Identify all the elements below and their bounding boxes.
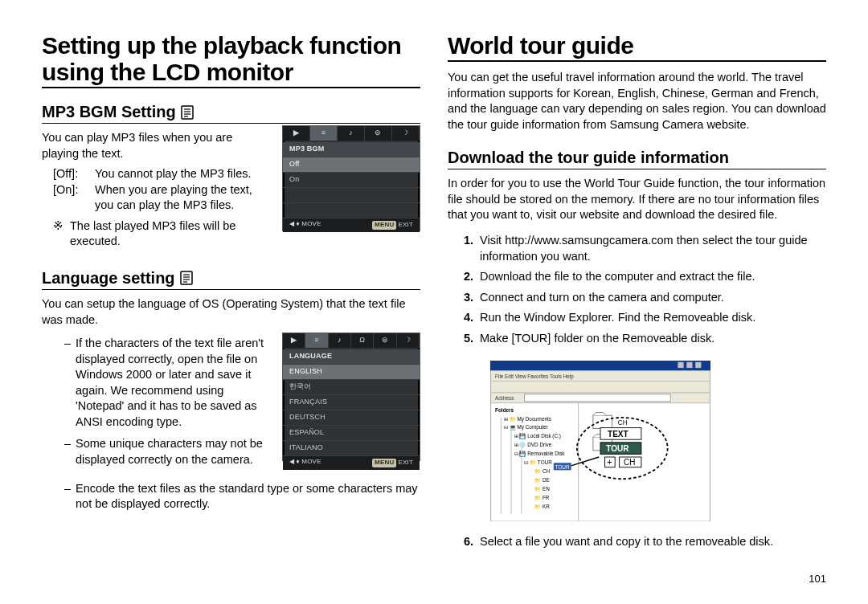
opt-off-row: [Off]: You cannot play the MP3 files. (53, 166, 271, 182)
lcd-screenshot-lang: ▶ ≡ ♪ Ω ⊜ ☽ LANGUAGE ENGLISH 한국어 FRANÇAI… (282, 333, 420, 461)
right-column: World tour guide You can get the useful … (448, 32, 826, 585)
svg-rect-11 (491, 361, 710, 371)
ss-lang-row2: FRANÇAIS (283, 395, 420, 410)
footnote-mark: ※ (53, 218, 63, 250)
download-steps-2: Select a file you want and copy it to th… (448, 534, 826, 555)
ss-lang-header: LANGUAGE (283, 349, 420, 365)
svg-text:⊟ 📁 TOUR: ⊟ 📁 TOUR (524, 459, 552, 466)
lang-bullet-3: Encode the text files as the standard ty… (64, 481, 420, 512)
ss-lang-foot-move: ◀ ♦ MOVE (289, 459, 321, 467)
ss-row-on: On (283, 173, 420, 188)
lang-bullet-2: Some unique characters may not be displa… (64, 436, 271, 467)
callout-plus: + (607, 457, 612, 467)
left-column: Setting up the playback function using t… (42, 32, 420, 585)
download-intro: In order for you to use the World Tour G… (448, 176, 826, 223)
step-6: Select a file you want and copy it to th… (477, 534, 826, 550)
mp3-intro: You can play MP3 files when you are play… (42, 130, 271, 161)
ss-lang-row4: ESPAÑOL (283, 426, 420, 441)
heading-language: Language setting (42, 269, 420, 290)
step-1: Visit http://www.samsungcamera.com then … (477, 233, 826, 264)
step-2: Download the file to the computer and ex… (477, 269, 826, 285)
opt-on-row: [On]: When you are playing the text, you… (53, 182, 271, 214)
svg-text:⊞ 💿 DVD Drive: ⊞ 💿 DVD Drive (514, 443, 552, 449)
mp3-footnote: ※ The last played MP3 files will be exec… (53, 218, 271, 250)
ss-lang-foot-exit: MENUEXIT (372, 459, 413, 467)
ss-foot-move: ◀ ♦ MOVE (289, 221, 321, 230)
ss-row-empty2 (283, 203, 420, 218)
ss-tab-3: ♪ (338, 126, 365, 141)
ss-tab-4: ⊜ (365, 126, 392, 141)
ss-row-empty1 (283, 188, 420, 203)
heading-language-text: Language setting (42, 269, 175, 288)
ss-row-off: Off (283, 157, 420, 173)
svg-text:TOUR: TOUR (555, 464, 570, 470)
explorer-screenshot: File Edit View Favorites Tools Help Addr… (480, 361, 721, 524)
opt-on-label: [On]: (53, 182, 95, 214)
step-5: Make [TOUR] folder on the Removeable dis… (477, 331, 826, 347)
svg-text:File  Edit  View  Favorites  T: File Edit View Favorites Tools Help (495, 373, 574, 380)
ss-header: MP3 BGM (283, 142, 420, 157)
lang-intro: You can setup the language of OS (Operat… (42, 296, 420, 328)
ss-footer-lang: ◀ ♦ MOVE MENUEXIT (283, 456, 420, 470)
mp3-options: [Off]: You cannot play the MP3 files. [O… (53, 166, 271, 214)
ss-body: MP3 BGM Off On (283, 141, 420, 218)
heading-download-text: Download the tour guide information (448, 149, 729, 167)
heading-mp3-bgm-text: MP3 BGM Setting (42, 103, 176, 121)
svg-text:📁 CH: 📁 CH (534, 468, 550, 475)
heading-download: Download the tour guide information (448, 149, 826, 169)
ss-tab-1: ▶ (283, 126, 310, 141)
ss-tab-l3: ♪ (329, 333, 351, 348)
lang-bullets-top: If the characters of the text file aren'… (42, 336, 271, 475)
svg-text:Folders: Folders (495, 407, 514, 413)
svg-rect-17 (491, 382, 710, 394)
opt-on-text: When you are playing the text, you can p… (95, 182, 271, 214)
step-4: Run the Window Explorer. Find the Remove… (477, 310, 826, 326)
ss-tab-5: ☽ (392, 126, 420, 141)
ss-lang-row1: 한국어 (283, 380, 420, 395)
explorer-ch-label: CH (618, 419, 628, 426)
svg-text:⊞ 📁 My Documents: ⊞ 📁 My Documents (504, 416, 551, 422)
svg-text:📁 DE: 📁 DE (534, 477, 550, 484)
ss-tab-l4: Ω (351, 333, 374, 348)
svg-text:📁 FR: 📁 FR (534, 495, 550, 501)
ss-tab-2: ≡ (310, 126, 338, 141)
svg-text:📁 KR: 📁 KR (534, 504, 550, 510)
svg-text:⊞ 💾 Local Disk (C:): ⊞ 💾 Local Disk (C:) (514, 434, 561, 440)
mp3-row: You can play MP3 files when you are play… (42, 125, 420, 250)
ss-tab-l6: ☽ (397, 333, 420, 348)
svg-rect-0 (182, 106, 193, 119)
ss-tabs: ▶ ≡ ♪ ⊜ ☽ (283, 126, 420, 141)
heading-mp3-bgm: MP3 BGM Setting (42, 103, 420, 124)
opt-off-label: [Off]: (53, 166, 95, 182)
callout-text-label: TEXT (608, 430, 628, 439)
callout-ch: CH (624, 458, 635, 467)
opt-off-text: You cannot play the MP3 files. (95, 166, 271, 182)
ss-foot-exit: MENUEXIT (372, 221, 413, 230)
svg-rect-13 (686, 362, 692, 368)
footnote-text: The last played MP3 files will be execut… (70, 218, 271, 250)
mp3-text-block: You can play MP3 files when you are play… (42, 125, 271, 250)
ss-body-lang: LANGUAGE ENGLISH 한국어 FRANÇAIS DEUTSCH ES… (283, 348, 420, 456)
ss-lang-row0: ENGLISH (283, 365, 420, 380)
svg-rect-14 (678, 362, 683, 368)
page-number: 101 (448, 573, 826, 585)
lcd-screenshot-mp3: ▶ ≡ ♪ ⊜ ☽ MP3 BGM Off On ◀ ♦ MOVE MENUEX… (282, 125, 420, 231)
step-3: Connect and turn on the camera and compu… (477, 290, 826, 306)
lang-bullet-1: If the characters of the text file aren'… (64, 336, 271, 430)
doc-icon (181, 105, 194, 120)
svg-rect-20 (524, 394, 670, 402)
ss-tab-l5: ⊜ (374, 333, 396, 348)
doc-icon (180, 271, 193, 285)
download-steps: Visit http://www.samsungcamera.com then … (448, 233, 826, 351)
callout-tour-label: TOUR (606, 444, 629, 453)
svg-rect-12 (695, 362, 701, 368)
lang-bullets-bottom: Encode the text files as the standard ty… (42, 481, 420, 519)
ss-lang-row5: ITALIANO (283, 441, 420, 456)
left-title: Setting up the playback function using t… (42, 32, 420, 88)
svg-text:⊟ 💾 Removable Disk: ⊟ 💾 Removable Disk (514, 451, 566, 457)
ss-lang-row3: DEUTSCH (283, 410, 420, 426)
ss-tabs-lang: ▶ ≡ ♪ Ω ⊜ ☽ (283, 333, 420, 348)
svg-text:📁 EN: 📁 EN (534, 486, 550, 492)
svg-rect-38 (593, 415, 612, 428)
lang-row: If the characters of the text file aren'… (42, 333, 420, 478)
